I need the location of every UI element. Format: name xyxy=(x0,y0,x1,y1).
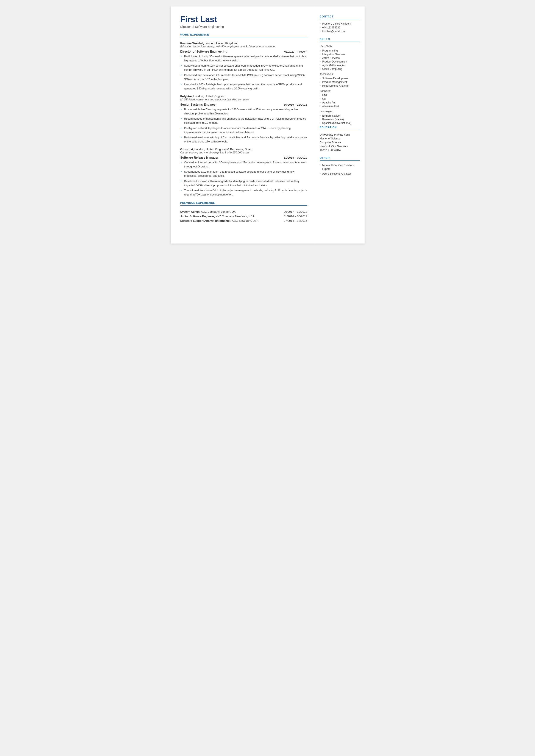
resume-header: First Last Director of Software Engineer… xyxy=(180,15,307,28)
main-column: First Last Director of Software Engineer… xyxy=(171,7,315,243)
language-3: Spanish (Conversational) xyxy=(320,122,360,125)
prev-exp-dates-1: 06/2017 – 10/2018 xyxy=(278,210,307,214)
employer-block-2: Polyhire, London, United Kingdom NYSE-li… xyxy=(180,94,307,144)
employer-location-3: London, United Kingdom & Barcelona, Spai… xyxy=(194,148,252,151)
languages-label: Languages: xyxy=(320,110,360,113)
edu-field: Computer Science xyxy=(320,141,360,144)
previous-experience-table: System Admin, ABC Company, London, UK 06… xyxy=(180,210,307,223)
employer-name-row-1: Resume Worded, London, United Kingdom xyxy=(180,41,307,45)
prev-exp-bold-1: System Admin, xyxy=(180,210,200,213)
bullet-2-3: Configured network topologies to accommo… xyxy=(180,126,307,134)
employer-name-2: Polyhire, xyxy=(180,95,193,98)
software-label: Software: xyxy=(320,90,360,93)
prev-exp-rest-2: XYZ Company, New York, USA xyxy=(215,215,254,218)
sidebar: CONTACT Preston, United Kingdom +44 1234… xyxy=(315,7,365,243)
employer-block-3: Growthsi, London, United Kingdom & Barce… xyxy=(180,147,307,197)
previous-experience-heading: PREVIOUS EXPERIENCE xyxy=(180,202,307,206)
job-dates-2: 10/2019 – 12/2021 xyxy=(284,103,307,106)
prev-exp-title-3: Software Support Analyst (Internship), A… xyxy=(180,218,278,223)
bullet-3-3: Developed a major software upgrade by id… xyxy=(180,179,307,187)
resume-container: First Last Director of Software Engineer… xyxy=(171,7,365,243)
software-1: UML xyxy=(320,94,360,97)
other-list: Microsoft Certified Solutions Expert Azu… xyxy=(320,164,360,176)
job-bullets-1: Participated in hiring 30+ lead software… xyxy=(180,55,307,91)
job-title-2: Senior Systems Engineer xyxy=(180,103,217,106)
work-experience-heading: WORK EXPERIENCE xyxy=(180,33,307,37)
bullet-1-3: Conceived and developed 20+ modules for … xyxy=(180,73,307,81)
edu-school: University of New York xyxy=(320,133,360,136)
hard-skill-3: Azure Services xyxy=(320,56,360,60)
hard-skills-label: Hard Skills: xyxy=(320,45,360,48)
contact-section: CONTACT Preston, United Kingdom +44 1234… xyxy=(320,15,360,33)
software-2: Go xyxy=(320,98,360,100)
bullet-2-1: Processed Active Directory requests for … xyxy=(180,107,307,116)
prev-exp-title-1: System Admin, ABC Company, London, UK xyxy=(180,210,278,214)
other-section: OTHER Microsoft Certified Solutions Expe… xyxy=(320,156,360,176)
prev-exp-bold-3: Software Support Analyst (Internship), xyxy=(180,219,231,222)
bullet-3-4: Transitioned from Waterfall to Agile pro… xyxy=(180,188,307,197)
hard-skill-2: Integration Services xyxy=(320,53,360,56)
education-section: EDUCATION University of New York Master … xyxy=(320,126,360,152)
prev-exp-row-1: System Admin, ABC Company, London, UK 06… xyxy=(180,210,307,214)
prev-exp-dates-3: 07/2014 – 12/2015 xyxy=(278,218,307,223)
other-item-1: Microsoft Certified Solutions Expert xyxy=(320,164,360,171)
employer-desc-1: Education technology startup with 50+ em… xyxy=(180,45,307,48)
technique-3: Requirements Analysis xyxy=(320,84,360,87)
employer-name-1: Resume Worded, xyxy=(180,42,204,45)
prev-exp-rest-3: ABC, New York, USA xyxy=(231,219,259,222)
hard-skill-5: Agile Methodologies xyxy=(320,64,360,67)
software-3: Apache Ant xyxy=(320,101,360,104)
software-list: UML Go Apache Ant Atlassian JIRA xyxy=(320,94,360,108)
previous-experience-section: PREVIOUS EXPERIENCE System Admin, ABC Co… xyxy=(180,202,307,223)
technique-2: Product Management xyxy=(320,81,360,84)
other-heading: OTHER xyxy=(320,156,360,160)
hard-skill-1: Programming xyxy=(320,49,360,52)
prev-exp-rest-1: ABC Company, London, UK xyxy=(200,210,236,213)
techniques-label: Techniques: xyxy=(320,72,360,76)
language-1: English (Native) xyxy=(320,114,360,117)
skills-heading: SKILLS xyxy=(320,38,360,42)
full-name: First Last xyxy=(180,15,307,24)
employer-name-row-3: Growthsi, London, United Kingdom & Barce… xyxy=(180,147,307,151)
prev-exp-row-3: Software Support Analyst (Internship), A… xyxy=(180,218,307,223)
contact-address: Preston, United Kingdom xyxy=(320,22,360,25)
job-dates-3: 11/2018 – 09/2019 xyxy=(284,156,307,159)
job-row-3: Software Release Manager 11/2018 – 09/20… xyxy=(180,156,307,159)
edu-dates: 10/2011 - 06/2014 xyxy=(320,148,360,152)
employer-desc-2: NYSE-listed recruitment and employer bra… xyxy=(180,98,307,101)
techniques-list: Software Development Product Management … xyxy=(320,77,360,87)
job-title-header: Director of Software Engineering xyxy=(180,25,307,28)
prev-exp-dates-2: 01/2016 – 05/2017 xyxy=(278,214,307,218)
edu-location: New York City, New York xyxy=(320,144,360,148)
job-bullets-2: Processed Active Directory requests for … xyxy=(180,107,307,144)
work-experience-section: WORK EXPERIENCE Resume Worded, London, U… xyxy=(180,33,307,197)
bullet-1-1: Participated in hiring 30+ lead software… xyxy=(180,55,307,63)
prev-exp-row-2: Junior Software Engineer, XYZ Company, N… xyxy=(180,214,307,218)
bullet-1-4: Launched a 100+ Petabyte backup storage … xyxy=(180,83,307,91)
hard-skills-list: Programming Integration Services Azure S… xyxy=(320,49,360,70)
bullet-3-2: Spearheaded a 10-man team that reduced s… xyxy=(180,170,307,178)
job-bullets-3: Created an internal portal for 30+ engin… xyxy=(180,160,307,197)
hard-skill-6: Cloud Computing xyxy=(320,68,360,70)
job-title-1: Director of Software Engineering xyxy=(180,50,228,53)
bullet-1-2: Supervised a team of 17+ senior software… xyxy=(180,64,307,72)
languages-list: English (Native) Romanian (Native) Spani… xyxy=(320,114,360,125)
contact-email: first.last@gmail.com xyxy=(320,30,360,33)
bullet-2-2: Recommended enhancements and changes to … xyxy=(180,117,307,125)
skills-section: SKILLS Hard Skills: Programming Integrat… xyxy=(320,38,360,125)
contact-phone: +44 123456789 xyxy=(320,26,360,29)
contact-heading: CONTACT xyxy=(320,15,360,19)
employer-desc-3: Career training and membership SaaS with… xyxy=(180,151,307,154)
prev-exp-bold-2: Junior Software Engineer, xyxy=(180,215,215,218)
job-dates-1: 01/2022 – Present xyxy=(284,50,307,53)
software-4: Atlassian JIRA xyxy=(320,105,360,108)
job-title-3: Software Release Manager xyxy=(180,156,218,159)
contact-list: Preston, United Kingdom +44 123456789 fi… xyxy=(320,22,360,33)
job-row-1: Director of Software Engineering 01/2022… xyxy=(180,50,307,53)
education-heading: EDUCATION xyxy=(320,126,360,130)
job-row-2: Senior Systems Engineer 10/2019 – 12/202… xyxy=(180,103,307,106)
employer-block-1: Resume Worded, London, United Kingdom Ed… xyxy=(180,41,307,91)
employer-name-3: Growthsi, xyxy=(180,148,194,151)
other-item-2: Azure Solutions Architect xyxy=(320,172,360,176)
language-2: Romanian (Native) xyxy=(320,118,360,121)
